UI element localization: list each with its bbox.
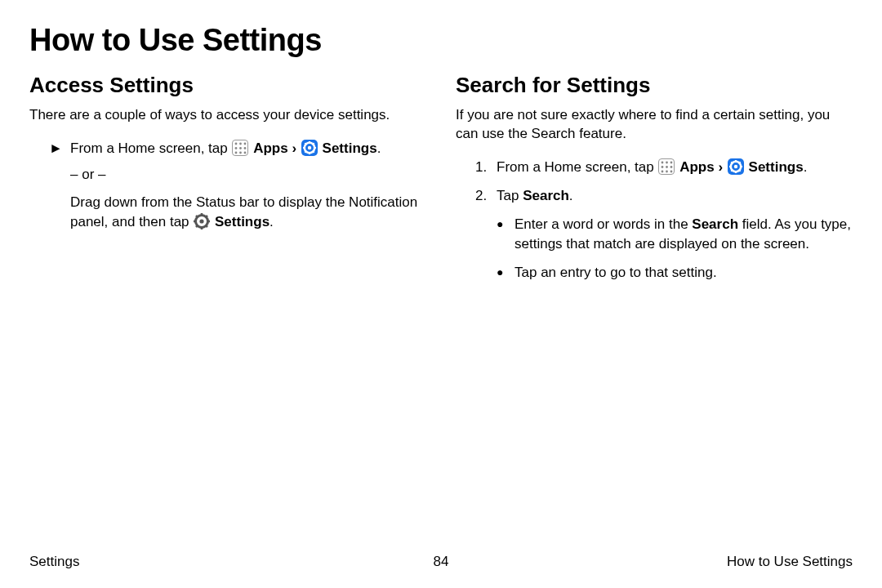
- search-settings-heading: Search for Settings: [456, 73, 853, 98]
- bullet-2: ● Tap an entry to go to that setting.: [456, 263, 853, 283]
- search-intro-text: If you are not sure exactly where to fin…: [456, 106, 853, 144]
- bullet-1: ● Enter a word or words in the Search fi…: [456, 215, 853, 254]
- right-column: Search for Settings If you are not sure …: [456, 73, 853, 292]
- or-separator: – or –: [29, 167, 426, 183]
- page-footer: Settings 84 How to Use Settings: [29, 554, 853, 570]
- step-prefix-text: From a Home screen, tap: [70, 140, 231, 156]
- step-number-2: 2.: [475, 185, 497, 207]
- settings-gear-icon: [728, 158, 744, 175]
- search-step1-body: From a Home screen, tap Apps › Settings.: [497, 157, 853, 178]
- bullet-icon: ●: [497, 215, 514, 233]
- settings-label: Settings: [749, 159, 804, 175]
- period3: .: [569, 188, 573, 203]
- search-step2-body: Tap Search.: [497, 185, 853, 207]
- apps-icon: [658, 158, 675, 175]
- alt-period: .: [270, 214, 274, 229]
- bullet-icon: ●: [497, 263, 514, 281]
- search-label: Search: [523, 188, 569, 203]
- apps-label: Apps: [253, 140, 288, 156]
- alt-settings-label: Settings: [215, 214, 270, 229]
- content-columns: Access Settings There are a couple of wa…: [29, 73, 853, 292]
- settings-label: Settings: [323, 140, 377, 156]
- step-number-1: 1.: [475, 157, 497, 178]
- bullet1-body: Enter a word or words in the Search fiel…: [514, 215, 853, 254]
- search-step-2: 2. Tap Search.: [456, 185, 853, 207]
- play-marker-icon: ►: [49, 138, 70, 159]
- left-column: Access Settings There are a couple of wa…: [29, 73, 426, 292]
- page-number: 84: [304, 554, 578, 570]
- settings-gear-gray-icon: [194, 213, 210, 229]
- access-step-body: From a Home screen, tap Apps › Settings.: [70, 138, 426, 159]
- period: .: [377, 140, 381, 156]
- apps-label: Apps: [679, 159, 715, 175]
- access-intro-text: There are a couple of ways to access you…: [29, 106, 426, 125]
- bullet1-bold: Search: [692, 216, 738, 232]
- bullet2-body: Tap an entry to go to that setting.: [514, 263, 853, 283]
- search-step-1: 1. From a Home screen, tap Apps › Settin…: [456, 157, 853, 178]
- apps-icon: [232, 140, 248, 156]
- settings-gear-icon: [301, 140, 318, 156]
- footer-section-label: Settings: [29, 554, 304, 570]
- chevron-right-icon: ›: [718, 159, 723, 175]
- access-settings-heading: Access Settings: [29, 73, 426, 98]
- footer-topic-label: How to Use Settings: [578, 554, 853, 570]
- page-title: How to Use Settings: [29, 23, 853, 58]
- step1-prefix-text: From a Home screen, tap: [497, 159, 657, 175]
- chevron-right-icon: ›: [292, 140, 296, 156]
- step2-prefix-text: Tap: [497, 188, 523, 203]
- access-step: ► From a Home screen, tap Apps › Setting…: [29, 138, 426, 159]
- period2: .: [804, 159, 808, 175]
- alt-instruction: Drag down from the Status bar to display…: [29, 193, 426, 232]
- bullet1-prefix: Enter a word or words in the: [514, 216, 692, 232]
